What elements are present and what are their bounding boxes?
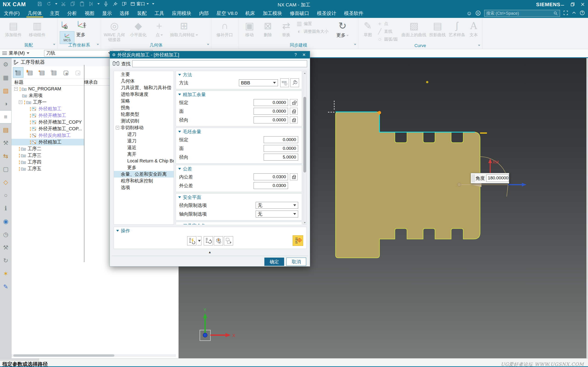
- tab-mosheng-software[interactable]: 模圣软件: [340, 9, 367, 18]
- program-order-view-button[interactable]: ▤≋: [13, 67, 23, 78]
- scroll-up-icon[interactable]: ▲: [303, 71, 306, 75]
- save-icon[interactable]: [37, 1, 43, 7]
- list-toolpath-button[interactable]: [224, 236, 233, 245]
- tab-analysis[interactable]: 分析: [63, 9, 81, 18]
- verify-toolpath-button[interactable]: [214, 236, 223, 245]
- sync-move-button[interactable]: ▣ 移动: [241, 19, 258, 37]
- info-icon[interactable]: ℹ: [0, 202, 11, 215]
- tools-icon[interactable]: ⚒: [0, 241, 11, 254]
- dlg-tree-corner[interactable]: 拐角: [114, 104, 174, 111]
- generate-toolpath-button[interactable]: [187, 236, 196, 245]
- constraint-navigator-icon[interactable]: ▧: [0, 84, 11, 97]
- highlighted-toolpath-button[interactable]: [293, 235, 303, 246]
- new-window-button[interactable]: ▢⊕: [61, 67, 71, 78]
- customize-qat-icon[interactable]: [152, 3, 154, 5]
- sync-delete-button[interactable]: ⊠ 删除: [259, 19, 276, 37]
- dialog-collapse-arrow[interactable]: ▲: [110, 250, 310, 254]
- menu-button[interactable]: 菜单(M): [2, 50, 29, 56]
- angle-value-input[interactable]: 180.00000: [486, 175, 509, 182]
- group-dropdown-icon[interactable]: [53, 44, 55, 45]
- dlg-tree-local-return[interactable]: Local Return & Chip Br: [114, 158, 174, 164]
- finish-radial-input[interactable]: 0.0000: [254, 117, 288, 123]
- window-menu[interactable]: 窗口: [130, 1, 149, 7]
- wave-geometry-linker-button[interactable]: ◎ WAVE 几何链接器: [103, 19, 125, 42]
- tab-view[interactable]: 视图: [81, 9, 98, 18]
- tab-xingkong[interactable]: 星空 V8.0: [213, 9, 242, 18]
- measure-icon[interactable]: ○: [0, 189, 11, 202]
- machining-method-view-button[interactable]: ▤♔: [49, 67, 59, 78]
- lock-icon[interactable]: [290, 108, 298, 115]
- selection-dropdown-icon[interactable]: [97, 3, 100, 5]
- tab-tools[interactable]: 工具: [151, 9, 168, 18]
- feedback-positive-icon[interactable]: ☺: [466, 10, 472, 16]
- finish-constant-input[interactable]: 0.0000: [254, 99, 288, 106]
- dlg-tree-approach[interactable]: 逼近: [114, 144, 174, 151]
- dlg-tree-stock-tolerance[interactable]: 余量、公差和安全距离: [114, 171, 174, 177]
- tab-mosheng-design[interactable]: 模圣设计: [313, 9, 340, 18]
- dlg-tree-options[interactable]: 选项: [114, 184, 174, 191]
- minimize-ribbon-icon[interactable]: [571, 10, 577, 17]
- wcs-dynamics-icon[interactable]: [76, 20, 87, 30]
- method-select[interactable]: BBB: [239, 79, 278, 86]
- inner-tolerance-input[interactable]: 0.0300: [254, 173, 288, 180]
- column-title[interactable]: 标题: [11, 79, 84, 85]
- dlg-tree-feeds[interactable]: 进给率和速度: [114, 91, 174, 98]
- copy-icon[interactable]: [70, 1, 76, 7]
- collapse-icon[interactable]: −: [14, 87, 18, 91]
- scroll-thumb[interactable]: [303, 97, 306, 173]
- machine-tool-view-icon[interactable]: ▤: [0, 123, 11, 136]
- move-component-button[interactable]: ▥ 移动组件: [26, 19, 48, 37]
- outer-tolerance-input[interactable]: 0.0300: [254, 182, 288, 189]
- column-inherited-from[interactable]: 继承自: [84, 79, 98, 85]
- process-flow-icon[interactable]: ⇆: [0, 150, 11, 163]
- tab-geometry[interactable]: 几何体: [24, 9, 46, 18]
- group-dropdown-icon[interactable]: [478, 45, 480, 46]
- dlg-tree-program-control[interactable]: 程序和机床控制: [114, 177, 174, 184]
- sync-replace-button[interactable]: ⇄ 替换: [278, 19, 294, 37]
- arc-circle-button[interactable]: ○圆弧/圆: [377, 36, 399, 43]
- toolpath-view-select[interactable]: 刀轨: [44, 50, 113, 56]
- search-icon[interactable]: [553, 11, 558, 16]
- sketch-button[interactable]: ✎ 草图: [361, 19, 375, 37]
- part-navigator-icon[interactable]: ◑: [0, 97, 11, 110]
- postprocess-icon[interactable]: ↻: [0, 254, 11, 267]
- add-component-button[interactable]: ▤ 添加组件: [2, 19, 24, 37]
- curve-point-button[interactable]: ＋点: [377, 20, 399, 27]
- dlg-tree-strategy[interactable]: 策略: [114, 98, 174, 104]
- undo-dropdown-icon[interactable]: [55, 3, 57, 5]
- dialog-scrollbar[interactable]: ▲ ▼: [303, 71, 307, 225]
- tab-machine[interactable]: 机床: [242, 9, 259, 18]
- finish-face-input[interactable]: 0.0000: [254, 108, 288, 115]
- group-dropdown-icon[interactable]: [207, 44, 209, 45]
- dialog-close-button[interactable]: ✕: [300, 52, 308, 57]
- line-button[interactable]: ╱直线: [377, 28, 399, 35]
- generate-dropdown-icon[interactable]: [197, 236, 201, 245]
- history-icon[interactable]: ◷: [0, 228, 11, 241]
- wcs-more-button[interactable]: 更多: [76, 31, 87, 38]
- project-curve-button[interactable]: ▤ 投影曲线: [429, 19, 446, 37]
- dlg-tree-test-cut[interactable]: 测试切削: [114, 118, 174, 124]
- fullscreen-icon[interactable]: [563, 10, 568, 17]
- dlg-tree-geometry[interactable]: 几何体: [114, 78, 174, 84]
- tab-file[interactable]: 文件(F): [0, 9, 24, 18]
- command-search[interactable]: [484, 10, 560, 17]
- dialog-help-button[interactable]: ?: [293, 52, 299, 57]
- tab-application[interactable]: 应用模块: [168, 9, 195, 18]
- patch-opening-button[interactable]: ∩ 修补开口: [214, 19, 236, 37]
- microphone-icon[interactable]: [103, 1, 109, 7]
- machine-configuration-icon[interactable]: ⚒: [0, 136, 11, 150]
- tab-display[interactable]: 显示: [98, 9, 116, 18]
- dialog-titlebar[interactable]: ⚙ 外径反向精加工 - [外径精加工] ? ✕: [110, 51, 310, 58]
- fixture-measure-icon[interactable]: ◇: [0, 176, 11, 189]
- dlg-tree-engage[interactable]: 进刀: [114, 131, 174, 138]
- sync-offset-button[interactable]: ▥偏置: [296, 20, 333, 27]
- paste-icon[interactable]: [79, 1, 85, 7]
- cut-icon[interactable]: [61, 1, 67, 7]
- settings-gear-icon[interactable]: ⚙: [0, 58, 11, 71]
- unlock-icon[interactable]: [290, 99, 298, 106]
- collapse-icon[interactable]: −: [116, 126, 119, 129]
- operation-navigator-icon[interactable]: ≡: [0, 110, 11, 123]
- edit-method-button[interactable]: [290, 78, 299, 87]
- text-button[interactable]: A 文本: [468, 19, 480, 37]
- feedback-negative-icon[interactable]: ☹: [475, 10, 481, 16]
